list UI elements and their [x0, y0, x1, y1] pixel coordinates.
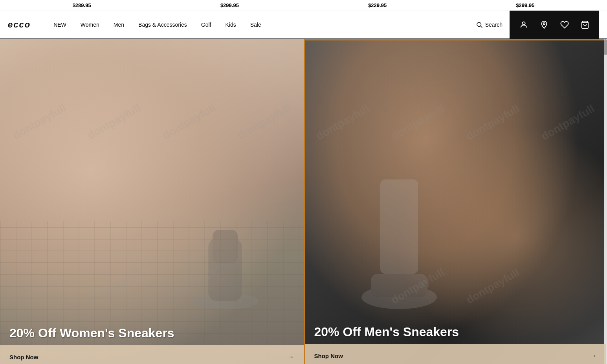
svg-line-1: [480, 26, 482, 27]
nav-links: NEW Women Men Bags & Accessories Golf Ki…: [46, 11, 468, 39]
cart-icon-btn[interactable]: [575, 11, 595, 39]
main-nav: ecco NEW Women Men Bags & Accessories Go…: [0, 11, 607, 39]
womens-shoe-illustration: [170, 196, 280, 322]
price-4: $299.95: [516, 2, 534, 8]
svg-point-2: [522, 22, 525, 25]
svg-rect-8: [380, 179, 418, 274]
svg-point-0: [477, 22, 481, 27]
hero-right-content: 20% Off Men's Sneakers Shop Now →: [305, 318, 606, 364]
svg-point-3: [543, 23, 545, 25]
nav-item-new[interactable]: NEW: [46, 11, 73, 39]
search-button[interactable]: Search: [469, 21, 510, 28]
hero-right-panel: dontpayfull dontpayfull dontpayfull dont…: [304, 39, 607, 364]
svg-rect-7: [213, 230, 238, 263]
nav-item-men[interactable]: Men: [106, 11, 131, 39]
account-icon: [519, 20, 528, 29]
search-icon: [476, 21, 483, 28]
search-label: Search: [485, 22, 502, 28]
price-1: $289.95: [73, 2, 91, 8]
hero-left-panel: dontpayfull dontpayfull dontpayfull dont…: [0, 39, 304, 364]
hero-left-content: 20% Off Women's Sneakers Shop Now →: [0, 320, 304, 364]
mens-arrow-icon: →: [589, 352, 596, 360]
mens-shop-now-label: Shop Now: [314, 353, 343, 359]
nav-item-sale[interactable]: Sale: [243, 11, 268, 39]
heart-icon: [560, 20, 569, 29]
location-icon: [540, 20, 548, 29]
nav-item-golf[interactable]: Golf: [194, 11, 218, 39]
womens-promo-text: 20% Off Women's Sneakers: [0, 320, 304, 344]
nav-item-kids[interactable]: Kids: [218, 11, 243, 39]
womens-shop-now-btn[interactable]: Shop Now →: [0, 345, 304, 364]
nav-item-bags[interactable]: Bags & Accessories: [131, 11, 194, 39]
price-3: $229.95: [368, 2, 387, 8]
mens-shoe-illustration: [336, 179, 462, 321]
scrollbar-thumb[interactable]: [604, 39, 607, 55]
womens-arrow-icon: →: [287, 353, 294, 361]
cart-icon: [581, 20, 589, 29]
nav-icons: [510, 11, 599, 39]
mens-shop-now-btn[interactable]: Shop Now →: [305, 344, 606, 364]
scrollbar[interactable]: [604, 39, 607, 364]
svg-rect-10: [371, 274, 427, 297]
nav-item-women[interactable]: Women: [73, 11, 106, 39]
brand-logo[interactable]: ecco: [8, 20, 31, 30]
price-bar: $289.95 $299.95 $229.95 $299.95: [0, 0, 607, 11]
wishlist-icon-btn[interactable]: [554, 11, 575, 39]
location-icon-btn[interactable]: [534, 11, 554, 39]
hero-section: dontpayfull dontpayfull dontpayfull dont…: [0, 39, 607, 364]
account-icon-btn[interactable]: [513, 11, 534, 39]
mens-promo-text: 20% Off Men's Sneakers: [305, 318, 606, 342]
price-2: $299.95: [220, 2, 239, 8]
womens-shop-now-label: Shop Now: [9, 354, 38, 360]
